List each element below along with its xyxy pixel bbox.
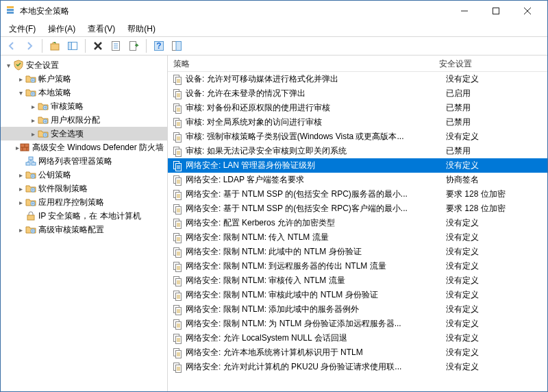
policy-row[interactable]: 网络安全: 基于 NTLM SSP 的(包括安全 RPC)客户端的最小...要求…: [168, 201, 547, 216]
tree-item[interactable]: ▸应用程序控制策略: [1, 195, 167, 209]
policy-icon: [172, 362, 183, 373]
policy-row[interactable]: 网络安全: 限制 NTLM: 审核传入 NTLM 流量没有定义: [168, 273, 547, 288]
close-button[interactable]: [512, 1, 543, 21]
folder-icon: [25, 183, 36, 194]
policy-name: 网络安全: 限制 NTLM: 此域中的 NTLM 身份验证: [186, 246, 446, 258]
policy-row[interactable]: 审核: 对备份和还原权限的使用进行审核已禁用: [168, 101, 547, 115]
column-policy[interactable]: 策略: [168, 56, 434, 71]
menu-help[interactable]: 帮助(H): [122, 22, 161, 36]
toolbar-separator: [42, 39, 42, 53]
svg-rect-18: [32, 162, 36, 165]
back-button[interactable]: [3, 38, 20, 54]
policy-name: 网络安全: 限制 NTLM: 审核传入 NTLM 流量: [186, 275, 446, 286]
tree-item[interactable]: ▸高级安全 Windows Defender 防火墙: [1, 140, 167, 154]
policy-row[interactable]: 审核: 如果无法记录安全审核则立即关闭系统已禁用: [168, 144, 547, 158]
policy-icon: [172, 204, 183, 215]
expand-icon[interactable]: ▸: [16, 171, 25, 179]
expand-icon[interactable]: ▸: [28, 103, 38, 110]
tree-label: 用户权限分配: [51, 114, 100, 126]
svg-rect-22: [27, 215, 34, 220]
tree-pane[interactable]: ▾安全设置▸帐户策略▾本地策略▸审核策略▸用户权限分配▸安全选项▸高级安全 Wi…: [1, 56, 168, 391]
window-title: 本地安全策略: [20, 5, 449, 17]
policy-name: 网络安全: 限制 NTLM: 传入 NTLM 流量: [186, 232, 446, 243]
policy-row[interactable]: 审核: 对全局系统对象的访问进行审核已禁用: [168, 115, 547, 130]
policy-row[interactable]: 网络安全: 配置 Kerberos 允许的加密类型没有定义: [168, 216, 547, 230]
folder-icon: [25, 87, 36, 98]
titlebar: 本地安全策略: [1, 1, 547, 21]
tree-item[interactable]: 网络列表管理器策略: [1, 154, 167, 168]
policy-icon: [172, 146, 183, 157]
tree-root[interactable]: ▾安全设置: [1, 58, 167, 72]
minimize-button[interactable]: [449, 1, 480, 21]
refresh-button[interactable]: [169, 38, 185, 54]
expand-icon[interactable]: ▸: [16, 199, 25, 206]
expand-icon[interactable]: ▸: [28, 117, 38, 124]
policy-row[interactable]: 网络安全: 限制 NTLM: 到远程服务器的传出 NTLM 流量没有定义: [168, 259, 547, 273]
policy-row[interactable]: 网络安全: LAN 管理器身份验证级别没有定义: [168, 158, 547, 173]
up-button[interactable]: [47, 38, 63, 54]
menu-action[interactable]: 操作(A): [42, 22, 81, 36]
policy-setting: 没有定义: [446, 160, 547, 171]
column-setting[interactable]: 安全设置: [434, 56, 535, 71]
tree-item[interactable]: ▸帐户策略: [1, 72, 167, 86]
tree-item[interactable]: ▸安全选项: [1, 127, 167, 140]
policy-setting: 已禁用: [446, 145, 547, 157]
list-body[interactable]: 设备: 允许对可移动媒体进行格式化并弹出没有定义设备: 允许在未登录的情况下弹出…: [168, 72, 547, 391]
tree-item[interactable]: ▸高级审核策略配置: [1, 223, 167, 236]
policy-setting: 没有定义: [446, 289, 547, 301]
folder-icon: [38, 114, 49, 125]
expand-icon[interactable]: ▾: [16, 89, 25, 97]
svg-rect-9: [176, 42, 182, 51]
policy-row[interactable]: 设备: 允许对可移动媒体进行格式化并弹出没有定义: [168, 72, 547, 86]
policy-name: 网络安全: 允许本地系统将计算机标识用于 NTLM: [186, 347, 446, 358]
policy-name: 网络安全: 配置 Kerberos 允许的加密类型: [186, 217, 446, 229]
policy-row[interactable]: 网络安全: 允许对此计算机的 PKU2U 身份验证请求使用联...没有定义: [168, 360, 547, 374]
policy-row[interactable]: 网络安全: 限制 NTLM: 传入 NTLM 流量没有定义: [168, 230, 547, 245]
policy-row[interactable]: 网络安全: LDAP 客户端签名要求协商签名: [168, 173, 547, 187]
show-hide-tree-button[interactable]: [64, 38, 81, 54]
folder-icon: [38, 101, 49, 112]
tree-label: 安全设置: [26, 60, 59, 71]
expand-icon[interactable]: ▸: [16, 75, 25, 83]
policy-row[interactable]: 网络安全: 限制 NTLM: 为 NTLM 身份验证添加远程服务器...没有定义: [168, 317, 547, 331]
policy-setting: 没有定义: [446, 361, 547, 373]
tree-label: 帐户策略: [38, 73, 71, 85]
policy-icon: [172, 290, 183, 301]
policy-setting: 协商签名: [446, 174, 547, 186]
expand-icon[interactable]: ▾: [3, 62, 13, 69]
properties-button[interactable]: [108, 38, 124, 54]
tree-item[interactable]: ▾本地策略: [1, 86, 167, 99]
policy-setting: 没有定义: [446, 246, 547, 258]
policy-row[interactable]: 网络安全: 限制 NTLM: 审核此域中的 NTLM 身份验证没有定义: [168, 288, 547, 302]
policy-row[interactable]: 设备: 允许在未登录的情况下弹出已启用: [168, 86, 547, 101]
tree-label: 本地策略: [38, 87, 71, 99]
policy-row[interactable]: 网络安全: 允许本地系统将计算机标识用于 NTLM没有定义: [168, 345, 547, 360]
policy-icon: [172, 347, 183, 358]
policy-row[interactable]: 网络安全: 允许 LocalSystem NULL 会话回退没有定义: [168, 331, 547, 345]
menu-file[interactable]: 文件(F): [3, 22, 41, 36]
delete-button[interactable]: [90, 38, 106, 54]
help-button[interactable]: ?: [151, 38, 167, 54]
policy-row[interactable]: 网络安全: 限制 NTLM: 添加此域中的服务器例外没有定义: [168, 302, 547, 317]
policy-name: 网络安全: 基于 NTLM SSP 的(包括安全 RPC)服务器的最小...: [186, 188, 446, 200]
policy-row[interactable]: 网络安全: 基于 NTLM SSP 的(包括安全 RPC)服务器的最小...要求…: [168, 187, 547, 201]
export-button[interactable]: [125, 38, 142, 54]
expand-icon[interactable]: ▸: [28, 130, 38, 138]
tree-item[interactable]: ▸审核策略: [1, 99, 167, 113]
policy-row[interactable]: 网络安全: 限制 NTLM: 此域中的 NTLM 身份验证没有定义: [168, 245, 547, 259]
tree-item[interactable]: IP 安全策略，在 本地计算机: [1, 209, 167, 223]
maximize-button[interactable]: [480, 1, 512, 21]
policy-setting: 没有定义: [446, 73, 547, 85]
menu-view[interactable]: 查看(V): [82, 22, 121, 36]
expand-icon[interactable]: ▸: [16, 185, 25, 193]
policy-icon: [172, 189, 183, 200]
toolbar-separator: [146, 39, 147, 53]
tree-item[interactable]: ▸软件限制策略: [1, 182, 167, 195]
tree-item[interactable]: ▸公钥策略: [1, 168, 167, 182]
expand-icon[interactable]: ▸: [16, 226, 25, 234]
folder-icon: [25, 169, 36, 180]
tree-item[interactable]: ▸用户权限分配: [1, 113, 167, 127]
policy-row[interactable]: 审核: 强制审核策略子类别设置(Windows Vista 或更高版本...没有…: [168, 130, 547, 144]
tree-label: IP 安全策略，在 本地计算机: [38, 210, 141, 222]
forward-button[interactable]: [21, 38, 38, 54]
